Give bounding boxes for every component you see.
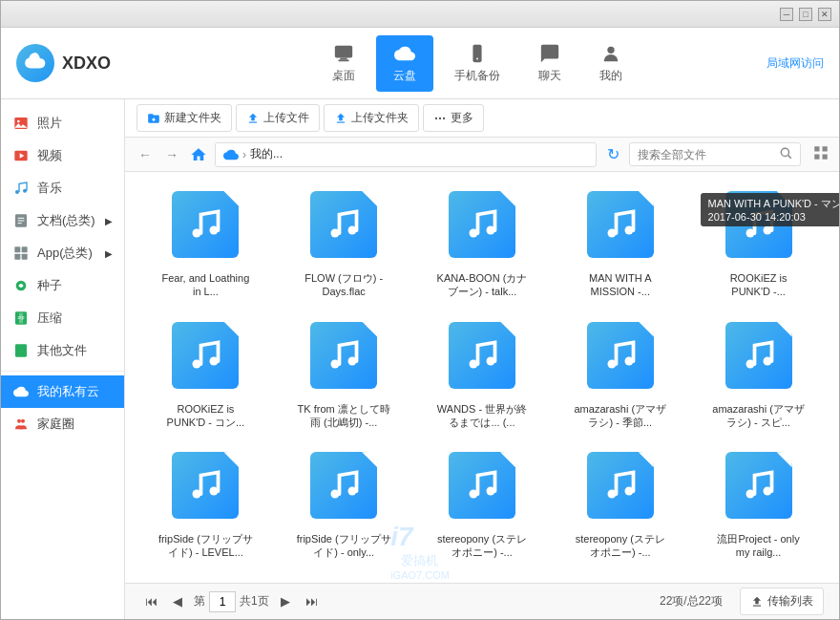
file-icon-container	[587, 191, 654, 267]
nav-tab-mine[interactable]: 我的	[582, 35, 640, 92]
refresh-button[interactable]: ↻	[602, 144, 623, 165]
svg-text:zip: zip	[18, 314, 25, 320]
more-button[interactable]: 更多	[423, 104, 484, 132]
file-item[interactable]: stereopony (ステレオポニー) -...	[555, 444, 685, 567]
chat-icon	[539, 43, 560, 64]
file-item[interactable]: stereopony (ステレオポニー) -...	[417, 444, 548, 567]
prev-page-button[interactable]: ◀	[167, 591, 188, 612]
file-name: ROOKiEZ is PUNK'D - コン...	[158, 402, 253, 430]
file-icon-container	[310, 322, 377, 398]
search-input[interactable]	[638, 148, 779, 161]
file-item[interactable]: MAN WITH A MISSION -...	[555, 183, 685, 307]
new-folder-button[interactable]: 新建文件夹	[136, 104, 232, 132]
logo-area: XDXO	[16, 44, 188, 82]
first-page-button[interactable]: ⏮	[140, 591, 161, 612]
sidebar-item-family[interactable]: 家庭圈	[1, 408, 124, 440]
file-item[interactable]: TK from 凛として時雨 (北嶋切) -...	[279, 314, 410, 438]
sidebar-item-seeds[interactable]: 种子	[1, 269, 124, 302]
svg-rect-0	[335, 45, 352, 57]
file-name: stereopony (ステレオポニー) -...	[573, 532, 668, 560]
music-file-icon	[172, 452, 239, 519]
file-item[interactable]: fripSide (フリップサイド) - LEVEL...	[140, 444, 271, 567]
file-icon-container	[725, 191, 792, 267]
grid-view-toggle[interactable]	[812, 144, 830, 164]
sidebar-item-compress[interactable]: zip 压缩	[1, 302, 124, 334]
logo-icon	[16, 44, 54, 82]
page-input[interactable]	[209, 591, 236, 612]
upload-file-label: 上传文件	[263, 110, 309, 126]
upload-list-button[interactable]: 传输列表	[740, 588, 824, 615]
content-area: 照片 视频 音乐 文档(总类) ▶	[1, 99, 839, 619]
person-icon	[600, 43, 621, 64]
file-item[interactable]: 流田Project - only my railg...	[693, 444, 824, 567]
page-total-label: 共1页	[240, 593, 269, 609]
file-item[interactable]: Fear, and Loathing in L...	[140, 183, 271, 307]
music-note-icon	[465, 468, 499, 502]
sidebar-item-music[interactable]: 音乐	[1, 172, 124, 204]
upload-file-button[interactable]: 上传文件	[236, 104, 320, 132]
svg-point-58	[193, 490, 201, 499]
file-item[interactable]: fripSide (フリップサイド) - only...	[279, 444, 410, 567]
file-name: MAN WITH A MISSION -...	[573, 271, 668, 299]
file-item[interactable]: MAN WITH A PUNK'D - マン ウィズァ2017-06-30 14…	[693, 183, 824, 307]
file-item[interactable]: ROOKiEZ is PUNK'D - コン...	[140, 314, 271, 438]
sidebar-item-app[interactable]: App(总类) ▶	[1, 237, 124, 269]
svg-rect-18	[14, 254, 20, 260]
upload-folder-button[interactable]: 上传文件夹	[324, 104, 419, 132]
sidebar-item-video[interactable]: 视频	[1, 139, 124, 172]
svg-point-53	[486, 356, 494, 365]
minimize-button[interactable]: ─	[780, 8, 793, 21]
svg-rect-1	[340, 57, 346, 59]
sidebar-app-label: App(总类)	[37, 245, 93, 262]
back-button[interactable]: ←	[135, 144, 156, 165]
file-icon-container	[310, 452, 377, 528]
last-page-button[interactable]: ⏭	[302, 591, 323, 612]
svg-point-46	[746, 229, 754, 238]
music-note-icon	[603, 468, 638, 502]
search-button[interactable]	[779, 146, 792, 162]
music-note-icon	[465, 207, 499, 242]
file-item[interactable]: amazarashi (アマザラシ) - スピ...	[693, 314, 824, 438]
nav-tab-desktop-label: 桌面	[332, 68, 355, 84]
file-icon-container	[172, 322, 239, 398]
svg-point-61	[348, 487, 357, 496]
breadcrumb[interactable]: › 我的...	[215, 142, 597, 167]
sidebar-item-photos[interactable]: 照片	[1, 107, 124, 139]
file-item[interactable]: KANA-BOON (カナブーン) - talk...	[417, 183, 548, 307]
music-note-icon	[742, 338, 776, 373]
maximize-button[interactable]: □	[799, 8, 812, 21]
svg-point-63	[486, 487, 494, 496]
title-bar: ─ □ ✕	[1, 1, 839, 28]
home-button[interactable]	[188, 144, 209, 165]
file-name: Fear, and Loathing in L...	[158, 271, 253, 299]
forward-button[interactable]: →	[161, 144, 182, 165]
music-note-icon	[326, 468, 361, 502]
svg-point-43	[486, 226, 494, 235]
sidebar-item-docs[interactable]: 文档(总类) ▶	[1, 204, 124, 237]
close-button[interactable]: ✕	[818, 8, 831, 21]
file-item[interactable]: FLOW (フロウ) - Days.flac	[279, 183, 410, 307]
grid-icon	[812, 144, 830, 161]
svg-point-51	[348, 356, 357, 365]
nav-tab-cloud[interactable]: 云盘	[376, 35, 433, 92]
sidebar-item-mycloud[interactable]: 我的私有云	[1, 375, 124, 408]
file-icon-container	[587, 322, 654, 398]
nav-tab-chat[interactable]: 聊天	[521, 35, 578, 92]
files-grid: Fear, and Loathing in L... FLOW (フロウ) - …	[140, 183, 824, 567]
svg-point-10	[15, 190, 19, 194]
svg-rect-24	[15, 344, 27, 356]
nav-tab-desktop[interactable]: 桌面	[315, 35, 372, 92]
upload-folder-icon	[334, 112, 347, 125]
toolbar: 新建文件夹 上传文件 上传文件夹 更多	[125, 99, 839, 138]
nav-tab-mobile[interactable]: 手机备份	[437, 35, 517, 92]
svg-rect-35	[823, 146, 828, 151]
svg-point-44	[607, 229, 616, 238]
sidebar-item-other[interactable]: 其他文件	[1, 334, 124, 367]
file-item[interactable]: WANDS - 世界が終るまでは... (...	[417, 314, 548, 438]
file-item[interactable]: amazarashi (アマザラシ) - 季節...	[555, 314, 685, 438]
music-note-icon	[603, 338, 638, 373]
video-icon	[12, 147, 30, 164]
lan-access-link[interactable]: 局域网访问	[766, 55, 824, 72]
upload-file-icon	[246, 112, 260, 125]
next-page-button[interactable]: ▶	[275, 591, 296, 612]
